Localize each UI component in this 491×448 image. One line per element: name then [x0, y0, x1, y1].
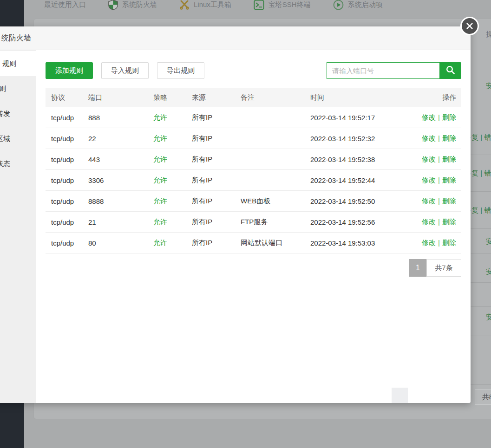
delete-link[interactable]: 删除: [442, 113, 456, 121]
bg-column-header-fragment: 操作: [486, 30, 491, 39]
edit-link[interactable]: 修改: [422, 218, 436, 226]
cell-time: 2022-03-14 19:52:38: [305, 156, 403, 163]
export-rules-button[interactable]: 导出规则: [157, 62, 204, 79]
tab-status[interactable]: 状态: [0, 151, 36, 176]
close-icon[interactable]: [460, 17, 479, 35]
edit-link[interactable]: 修改: [422, 197, 436, 205]
cell-actions: 修改|删除: [403, 218, 461, 227]
page-number[interactable]: 1: [409, 259, 426, 277]
quick-entry-label: 宝塔SSH终端: [268, 0, 311, 9]
cell-actions: 修改|删除: [403, 239, 461, 247]
cell-protocol: tcp/udp: [46, 197, 83, 205]
tools-icon: [179, 0, 190, 10]
cell-actions: 修改|删除: [403, 134, 461, 143]
delete-link[interactable]: 删除: [442, 155, 456, 163]
quick-entry-label: 系统启动项: [348, 0, 383, 9]
cell-protocol: tcp/udp: [46, 176, 83, 184]
edit-link[interactable]: 修改: [422, 155, 436, 163]
firewall-rules-table: 协议 端口 策略 来源 备注 时间 操作 tcp/udp 888 允许 所有IP…: [46, 88, 461, 253]
search-button[interactable]: [439, 62, 461, 79]
action-separator: |: [438, 113, 440, 121]
cell-source: 所有IP: [186, 176, 235, 185]
quick-entry-label: Linux工具箱: [194, 0, 231, 9]
action-separator: |: [438, 176, 440, 184]
delete-link[interactable]: 删除: [442, 197, 456, 205]
edit-link[interactable]: 修改: [422, 113, 436, 121]
table-row: tcp/udp 21 允许 所有IP FTP服务 2022-03-14 19:5…: [46, 212, 461, 233]
cell-port: 80: [83, 239, 148, 247]
bg-link-fragment: 安全: [486, 267, 491, 276]
quick-entry-linux-toolbox[interactable]: Linux工具箱: [179, 0, 231, 10]
bg-total-count-fragment: 共8条: [475, 389, 491, 405]
delete-link[interactable]: 删除: [442, 218, 456, 226]
cell-port: 21: [83, 218, 148, 226]
quick-entry-startup-items[interactable]: 系统启动项: [333, 0, 383, 10]
rules-toolbar: 添加规则 导入规则 导出规则: [46, 62, 461, 79]
bg-link-fragment: 安全: [486, 82, 491, 91]
quick-entry-ssh-terminal[interactable]: 宝塔SSH终端: [254, 0, 311, 10]
tab-label: 则: [0, 84, 6, 92]
action-separator: |: [438, 218, 440, 226]
bg-row-divider: [471, 42, 491, 42]
dialog-titlebar: 统防火墙: [0, 26, 471, 50]
table-row: tcp/udp 443 允许 所有IP 2022-03-14 19:52:38 …: [46, 149, 461, 170]
tab-port-forwarding[interactable]: 转发: [0, 101, 36, 126]
col-actions: 操作: [403, 93, 461, 102]
delete-link[interactable]: 删除: [442, 239, 456, 247]
action-separator: |: [438, 134, 440, 142]
quick-entry-firewall[interactable]: 系统防火墙: [108, 0, 157, 10]
cell-protocol: tcp/udp: [46, 135, 83, 143]
import-rules-button[interactable]: 导入规则: [101, 62, 149, 79]
cell-protocol: tcp/udp: [46, 218, 83, 226]
bg-row-divider: [471, 336, 491, 336]
total-count: 共7条: [426, 259, 461, 277]
tab-region[interactable]: 区域: [0, 126, 36, 151]
cell-note: 网站默认端口: [235, 239, 305, 247]
bg-row-divider: [471, 107, 491, 107]
bg-row-divider: [471, 191, 491, 192]
cell-note: FTP服务: [235, 218, 305, 227]
edit-link[interactable]: 修改: [422, 239, 436, 247]
table-row: tcp/udp 888 允许 所有IP 2022-03-14 19:52:17 …: [46, 107, 461, 128]
cell-policy: 允许: [148, 155, 186, 164]
edit-link[interactable]: 修改: [422, 134, 436, 142]
cell-policy: 允许: [148, 218, 186, 227]
cell-source: 所有IP: [186, 239, 235, 247]
cell-actions: 修改|删除: [403, 176, 461, 185]
table-row: tcp/udp 3306 允许 所有IP 2022-03-14 19:52:44…: [46, 170, 461, 191]
shield-icon: [108, 0, 118, 10]
delete-link[interactable]: 删除: [442, 134, 456, 142]
bg-row-divider: [471, 306, 491, 307]
quick-access-bar: 最近使用入口 系统防火墙 Linu: [24, 0, 383, 12]
col-note: 备注: [235, 93, 305, 102]
cell-time: 2022-03-14 19:52:32: [305, 135, 403, 143]
port-search-input[interactable]: [327, 62, 439, 79]
table-row: tcp/udp 8888 允许 所有IP WEB面板 2022-03-14 19…: [46, 191, 461, 212]
port-search-group: [327, 62, 461, 79]
faint-artifact-box: [392, 388, 408, 403]
bg-link-fragment: 安全: [486, 313, 491, 322]
quick-entry-label: 系统防火墙: [122, 0, 157, 9]
cell-port: 22: [83, 135, 148, 143]
bg-row-divider: [471, 253, 491, 254]
edit-link[interactable]: 修改: [422, 176, 436, 184]
cell-actions: 修改|删除: [403, 197, 461, 206]
tab-label: 转发: [0, 110, 10, 117]
cell-protocol: tcp/udp: [46, 156, 83, 163]
action-separator: |: [438, 197, 440, 205]
cell-time: 2022-03-14 19:52:50: [305, 197, 403, 205]
bg-row-divider: [471, 228, 491, 229]
cell-port: 443: [83, 156, 148, 163]
cell-source: 所有IP: [186, 218, 235, 227]
col-protocol: 协议: [46, 93, 83, 102]
tab-port-rules[interactable]: 规则: [0, 51, 36, 76]
delete-link[interactable]: 删除: [442, 176, 456, 184]
cell-actions: 修改|删除: [403, 155, 461, 164]
cell-policy: 允许: [148, 176, 186, 185]
cell-source: 所有IP: [186, 197, 235, 206]
cell-port: 888: [83, 114, 148, 122]
cell-protocol: tcp/udp: [46, 114, 83, 122]
bg-row-divider: [471, 384, 491, 385]
tab-ip-rules[interactable]: 则: [0, 76, 36, 101]
add-rule-button[interactable]: 添加规则: [46, 62, 93, 79]
